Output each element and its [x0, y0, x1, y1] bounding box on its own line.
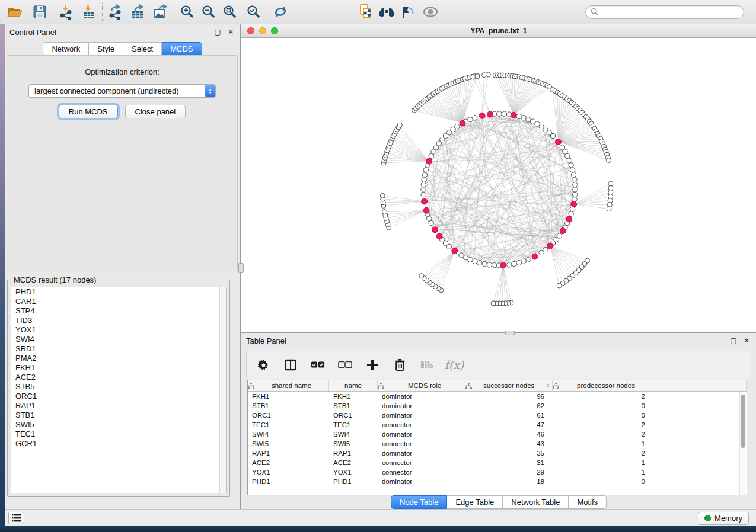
search-box[interactable] [585, 5, 744, 19]
column-chooser-icon[interactable] [283, 358, 298, 372]
table-cell[interactable]: connector [378, 440, 465, 447]
graph-edge[interactable] [468, 145, 558, 257]
graph-node[interactable] [521, 116, 526, 120]
float-panel-icon[interactable]: ▢ [729, 336, 738, 345]
table-cell[interactable]: TEC1 [248, 421, 329, 428]
graph-edge[interactable] [396, 132, 429, 161]
select-all-rows-icon[interactable] [311, 358, 325, 372]
table-cell[interactable]: 2 [553, 450, 653, 457]
graph-node[interactable] [569, 211, 573, 216]
graph-node[interactable] [572, 177, 577, 182]
graph-hub-node[interactable] [532, 254, 538, 259]
graph-node[interactable] [512, 261, 516, 266]
clone-network-icon[interactable] [358, 3, 375, 21]
table-cell[interactable]: PHD1 [329, 478, 378, 485]
graph-node[interactable] [468, 257, 473, 262]
mcds-result-item[interactable]: SWI4 [11, 335, 226, 344]
table-cell[interactable]: dominator [378, 402, 465, 409]
graph-node[interactable] [526, 257, 531, 262]
graph-node[interactable] [573, 192, 578, 197]
add-column-icon[interactable] [365, 358, 379, 372]
graph-edge[interactable] [503, 266, 511, 303]
table-row[interactable]: TEC1TEC1connector472 [248, 420, 747, 430]
table-cell[interactable]: FKH1 [329, 393, 378, 400]
table-cell[interactable]: ACE2 [248, 459, 329, 466]
graph-node[interactable] [507, 262, 512, 267]
column-header-predecessor-nodes[interactable]: predecessor nodes [553, 380, 653, 391]
table-cell[interactable]: YOX1 [329, 469, 378, 476]
graph-node[interactable] [473, 259, 477, 264]
graph-hub-node[interactable] [500, 262, 506, 268]
table-scrollbar[interactable] [739, 392, 746, 495]
graph-hub-node[interactable] [423, 207, 429, 213]
table-cell[interactable]: 2 [553, 421, 653, 428]
table-cell[interactable]: 18 [465, 478, 553, 485]
table-cell[interactable]: RAP1 [329, 450, 378, 457]
table-cell[interactable]: ORC1 [329, 412, 378, 419]
graph-node[interactable] [573, 182, 578, 187]
graph-edge[interactable] [473, 77, 490, 114]
graph-edge[interactable] [394, 134, 428, 161]
table-cell[interactable]: 31 [465, 459, 553, 466]
tab-style[interactable]: Style [89, 42, 123, 56]
table-cell[interactable]: SWI5 [329, 440, 378, 447]
graph-hub-node[interactable] [422, 198, 428, 204]
graph-edge[interactable] [503, 266, 505, 303]
mcds-result-item[interactable]: SRD1 [11, 344, 226, 354]
first-neighbors-icon[interactable] [378, 3, 395, 21]
tab-node-table[interactable]: Node Table [391, 495, 448, 509]
mcds-result-item[interactable]: PHD1 [11, 287, 226, 297]
graph-hub-node[interactable] [426, 158, 432, 164]
table-cell[interactable]: 1 [553, 459, 653, 466]
run-mcds-button[interactable]: Run MCDS [59, 105, 118, 118]
split-divider-handle[interactable] [238, 263, 244, 273]
table-cell[interactable]: dominator [378, 478, 465, 485]
zoom-in-icon[interactable] [178, 3, 196, 21]
graph-edge[interactable] [462, 77, 470, 123]
table-cell[interactable]: STB1 [248, 402, 329, 409]
graph-edge[interactable] [497, 75, 513, 114]
graph-edge[interactable] [423, 102, 462, 123]
graph-edge[interactable] [550, 246, 579, 270]
graph-leaf-node[interactable] [382, 210, 387, 214]
table-cell[interactable]: 1 [553, 469, 653, 476]
table-cell[interactable]: dominator [378, 450, 465, 457]
graph-node[interactable] [482, 261, 487, 266]
graph-node[interactable] [459, 253, 464, 258]
graph-hub-node[interactable] [555, 139, 561, 145]
graph-edge[interactable] [434, 125, 463, 155]
graph-node[interactable] [427, 216, 432, 221]
graph-leaf-node[interactable] [486, 72, 490, 77]
graph-node[interactable] [492, 263, 496, 268]
graph-node[interactable] [477, 260, 482, 265]
tab-edge-table[interactable]: Edge Table [447, 495, 503, 509]
mcds-result-item[interactable]: GCR1 [11, 439, 226, 448]
table-cell[interactable]: connector [378, 469, 465, 476]
table-cell[interactable]: TEC1 [329, 421, 378, 428]
graph-leaf-node[interactable] [397, 123, 402, 127]
graph-hub-node[interactable] [432, 227, 438, 233]
graph-node[interactable] [569, 163, 573, 168]
graph-hub-node[interactable] [571, 201, 577, 207]
graph-leaf-node[interactable] [491, 301, 496, 306]
deselect-all-rows-icon[interactable] [338, 358, 352, 372]
graph-edge[interactable] [435, 251, 454, 286]
graph-node[interactable] [502, 111, 506, 116]
graph-node[interactable] [567, 158, 572, 163]
table-cell[interactable]: connector [378, 459, 465, 466]
graph-leaf-node[interactable] [475, 74, 480, 79]
memory-button[interactable]: Memory [698, 512, 749, 525]
table-cell[interactable]: ACE2 [329, 459, 378, 466]
column-header-successor-nodes[interactable]: successor nodes∨ [465, 380, 553, 391]
graph-edge[interactable] [514, 85, 546, 114]
table-cell[interactable]: PHD1 [248, 478, 329, 485]
graph-node[interactable] [570, 207, 575, 211]
graph-hub-node[interactable] [460, 120, 465, 126]
table-cell[interactable]: STB1 [329, 402, 378, 409]
mcds-result-item[interactable]: CAR1 [11, 297, 226, 306]
mcds-result-item[interactable]: TEC1 [11, 430, 226, 439]
graph-edge[interactable] [477, 76, 490, 114]
graph-node[interactable] [565, 153, 570, 158]
tab-network[interactable]: Network [43, 42, 89, 56]
table-row[interactable]: STB1STB1dominator620 [248, 401, 747, 411]
